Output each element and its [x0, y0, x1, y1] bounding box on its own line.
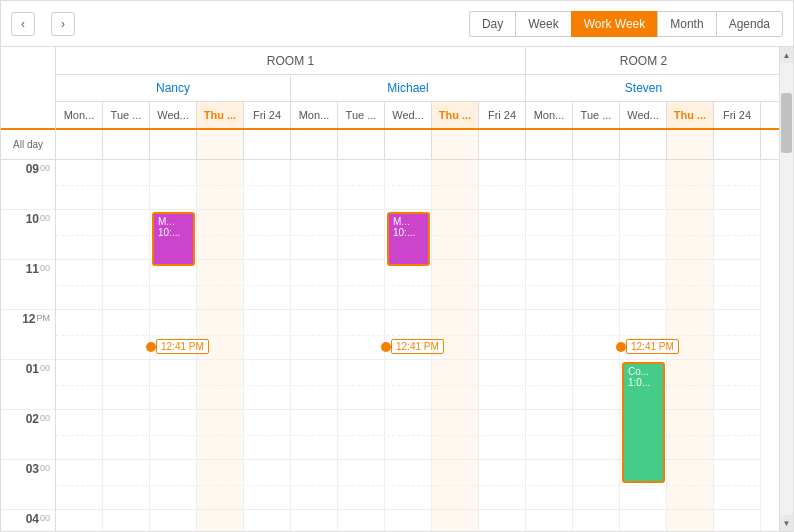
data-cell-7-10[interactable]	[526, 510, 573, 531]
data-cell-5-1[interactable]	[103, 410, 150, 459]
data-cell-0-0[interactable]	[56, 160, 103, 209]
day-cell-11[interactable]: Tue ...	[573, 102, 620, 128]
data-cell-6-14[interactable]	[714, 460, 761, 509]
data-cell-1-3[interactable]	[197, 210, 244, 259]
data-cell-6-11[interactable]	[573, 460, 620, 509]
day-cell-7[interactable]: Wed...	[385, 102, 432, 128]
data-cell-7-0[interactable]	[56, 510, 103, 531]
data-cell-0-14[interactable]	[714, 160, 761, 209]
data-cell-0-10[interactable]	[526, 160, 573, 209]
data-cell-6-0[interactable]	[56, 460, 103, 509]
event-block[interactable]: M...10:...	[387, 212, 430, 266]
data-cell-7-12[interactable]	[620, 510, 667, 531]
data-cell-1-6[interactable]	[338, 210, 385, 259]
data-cell-4-0[interactable]	[56, 360, 103, 409]
data-cell-0-9[interactable]	[479, 160, 526, 209]
data-cell-0-2[interactable]	[150, 160, 197, 209]
data-cell-5-5[interactable]	[291, 410, 338, 459]
data-cell-4-1[interactable]	[103, 360, 150, 409]
scroll-track[interactable]	[780, 63, 793, 515]
data-cell-0-6[interactable]	[338, 160, 385, 209]
data-cell-7-11[interactable]	[573, 510, 620, 531]
data-cell-6-9[interactable]	[479, 460, 526, 509]
data-cell-0-8[interactable]	[432, 160, 479, 209]
data-cell-3-11[interactable]	[573, 310, 620, 359]
day-cell-8[interactable]: Thu ...	[432, 102, 479, 128]
data-cell-0-5[interactable]	[291, 160, 338, 209]
data-cell-4-10[interactable]	[526, 360, 573, 409]
data-cell-6-8[interactable]	[432, 460, 479, 509]
data-cell-2-11[interactable]	[573, 260, 620, 309]
scroll-thumb[interactable]	[781, 93, 792, 153]
data-cell-2-8[interactable]	[432, 260, 479, 309]
data-cell-4-6[interactable]	[338, 360, 385, 409]
data-cell-6-1[interactable]	[103, 460, 150, 509]
data-cell-2-10[interactable]	[526, 260, 573, 309]
data-cell-6-4[interactable]	[244, 460, 291, 509]
data-cell-7-13[interactable]	[667, 510, 714, 531]
data-cell-3-5[interactable]	[291, 310, 338, 359]
data-cell-1-10[interactable]	[526, 210, 573, 259]
data-cell-0-11[interactable]	[573, 160, 620, 209]
data-cell-1-8[interactable]	[432, 210, 479, 259]
data-cell-1-5[interactable]	[291, 210, 338, 259]
day-cell-10[interactable]: Mon...	[526, 102, 573, 128]
data-cell-0-13[interactable]	[667, 160, 714, 209]
data-cell-0-12[interactable]	[620, 160, 667, 209]
data-cell-7-2[interactable]	[150, 510, 197, 531]
data-cell-3-0[interactable]	[56, 310, 103, 359]
day-cell-12[interactable]: Wed...	[620, 102, 667, 128]
data-cell-5-14[interactable]	[714, 410, 761, 459]
data-cell-5-6[interactable]	[338, 410, 385, 459]
data-cell-6-5[interactable]	[291, 460, 338, 509]
data-cell-2-14[interactable]	[714, 260, 761, 309]
data-cell-4-13[interactable]	[667, 360, 714, 409]
data-cell-4-9[interactable]	[479, 360, 526, 409]
data-cell-1-1[interactable]	[103, 210, 150, 259]
scroll-up-button[interactable]: ▲	[780, 47, 793, 63]
data-cell-5-8[interactable]	[432, 410, 479, 459]
data-cell-7-3[interactable]	[197, 510, 244, 531]
data-cell-6-3[interactable]	[197, 460, 244, 509]
data-cell-7-14[interactable]	[714, 510, 761, 531]
view-day[interactable]: Day	[469, 11, 515, 37]
data-cell-3-10[interactable]	[526, 310, 573, 359]
data-cell-6-6[interactable]	[338, 460, 385, 509]
day-cell-4[interactable]: Fri 24	[244, 102, 291, 128]
view-week[interactable]: Week	[515, 11, 570, 37]
data-cell-2-1[interactable]	[103, 260, 150, 309]
data-cell-7-6[interactable]	[338, 510, 385, 531]
day-cell-14[interactable]: Fri 24	[714, 102, 761, 128]
data-cell-2-9[interactable]	[479, 260, 526, 309]
data-cell-4-11[interactable]	[573, 360, 620, 409]
data-cell-2-6[interactable]	[338, 260, 385, 309]
data-cell-2-12[interactable]	[620, 260, 667, 309]
data-cell-3-4[interactable]	[244, 310, 291, 359]
data-cell-4-2[interactable]	[150, 360, 197, 409]
day-cell-2[interactable]: Wed...	[150, 102, 197, 128]
day-cell-1[interactable]: Tue ...	[103, 102, 150, 128]
data-cell-1-12[interactable]	[620, 210, 667, 259]
data-cell-1-14[interactable]	[714, 210, 761, 259]
data-cell-7-7[interactable]	[385, 510, 432, 531]
data-cell-2-3[interactable]	[197, 260, 244, 309]
event-block[interactable]: M...10:...	[152, 212, 195, 266]
day-cell-13[interactable]: Thu ...	[667, 102, 714, 128]
data-cell-5-10[interactable]	[526, 410, 573, 459]
data-cell-7-1[interactable]	[103, 510, 150, 531]
data-cell-5-13[interactable]	[667, 410, 714, 459]
view-workweek[interactable]: Work Week	[571, 11, 658, 37]
data-cell-4-5[interactable]	[291, 360, 338, 409]
day-cell-6[interactable]: Tue ...	[338, 102, 385, 128]
data-cell-5-9[interactable]	[479, 410, 526, 459]
data-cell-5-0[interactable]	[56, 410, 103, 459]
data-cell-7-9[interactable]	[479, 510, 526, 531]
data-cell-1-0[interactable]	[56, 210, 103, 259]
data-cell-6-7[interactable]	[385, 460, 432, 509]
data-cell-3-1[interactable]	[103, 310, 150, 359]
data-cell-2-0[interactable]	[56, 260, 103, 309]
data-cell-5-2[interactable]	[150, 410, 197, 459]
data-cell-7-4[interactable]	[244, 510, 291, 531]
data-cell-6-2[interactable]	[150, 460, 197, 509]
data-cell-4-8[interactable]	[432, 360, 479, 409]
